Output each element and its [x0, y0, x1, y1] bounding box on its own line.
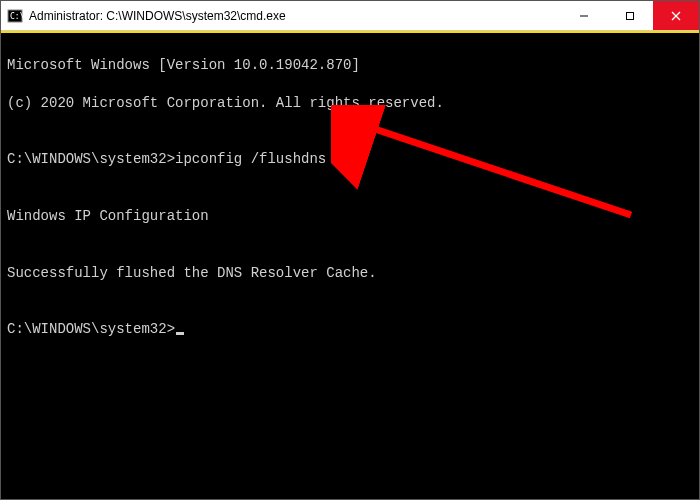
prompt-path: C:\WINDOWS\system32> [7, 321, 175, 337]
prompt-line-2: C:\WINDOWS\system32> [7, 320, 693, 339]
maximize-button[interactable] [607, 1, 653, 30]
cmd-icon: C:\ [7, 8, 23, 24]
svg-text:C:\: C:\ [10, 12, 23, 21]
close-button[interactable] [653, 1, 699, 30]
window-controls [561, 1, 699, 30]
version-line: Microsoft Windows [Version 10.0.19042.87… [7, 56, 693, 75]
flush-result: Successfully flushed the DNS Resolver Ca… [7, 264, 693, 283]
prompt-line-1: C:\WINDOWS\system32>ipconfig /flushdns [7, 150, 693, 169]
cursor [176, 332, 184, 335]
prompt-path: C:\WINDOWS\system32> [7, 151, 175, 167]
minimize-button[interactable] [561, 1, 607, 30]
copyright-line: (c) 2020 Microsoft Corporation. All righ… [7, 94, 693, 113]
cmd-window: C:\ Administrator: C:\WINDOWS\system32\c… [0, 0, 700, 500]
typed-command: ipconfig /flushdns [175, 151, 326, 167]
ipconfig-header: Windows IP Configuration [7, 207, 693, 226]
window-title: Administrator: C:\WINDOWS\system32\cmd.e… [29, 9, 561, 23]
titlebar[interactable]: C:\ Administrator: C:\WINDOWS\system32\c… [1, 1, 699, 31]
terminal-output[interactable]: Microsoft Windows [Version 10.0.19042.87… [1, 33, 699, 499]
svg-rect-3 [627, 12, 634, 19]
